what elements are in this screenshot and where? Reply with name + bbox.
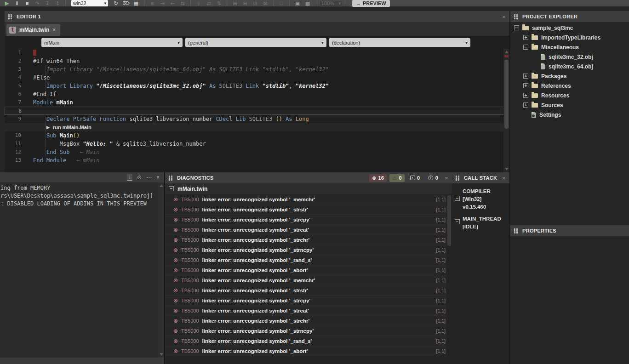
autoscroll-icon[interactable]: ↓ — [127, 174, 132, 181]
code-line-8[interactable]: 8 — [5, 107, 509, 115]
build-target-select[interactable]: win32▾ — [71, 0, 108, 6]
tree-item-sqlite3mc-64-obj[interactable]: sqlite3mc_64.obj — [510, 62, 629, 71]
diagnostic-row[interactable]: ⊗TB5000linker error: unrecognized symbol… — [165, 285, 452, 296]
diagnostic-row[interactable]: ⊗TB5000linker error: unrecognized symbol… — [165, 346, 452, 356]
expand-icon[interactable]: + — [523, 83, 528, 88]
tab-close-icon[interactable]: × — [52, 27, 56, 33]
collapse-icon[interactable]: − — [514, 25, 519, 30]
drag-grip-icon[interactable] — [8, 14, 12, 19]
diagnostic-row[interactable]: ⊗TB5000linker error: unrecognized symbol… — [165, 255, 452, 265]
stop-icon[interactable]: ■ — [22, 0, 32, 6]
preview-button[interactable]: →PREVIEW — [352, 0, 390, 7]
diagnostic-row[interactable]: ⊗TB5000linker error: unrecognized symbol… — [165, 245, 452, 255]
diagnostic-row[interactable]: ⊗TB5000linker error: unrecognized symbol… — [165, 306, 452, 316]
collapse-icon[interactable]: − — [455, 196, 460, 201]
callstack-close-icon[interactable]: × — [502, 175, 506, 182]
code-line-9[interactable]: 9 Declare PtrSafe Function sqlite3_libve… — [5, 115, 509, 123]
editor-scrollbar[interactable] — [503, 49, 509, 172]
callstack-frame[interactable]: −COMPILER[Win32]v0.15.460 — [452, 183, 509, 211]
code-line-5[interactable]: 5 Import Library "/Miscellaneous/sqlite3… — [5, 82, 509, 90]
diagnostic-row[interactable]: ⊗TB5000linker error: unrecognized symbol… — [165, 326, 452, 336]
tree-item-resources[interactable]: +Resources — [510, 91, 629, 100]
console-close-icon[interactable]: × — [156, 174, 160, 181]
drag-grip-icon[interactable] — [514, 14, 518, 19]
diagnostic-row[interactable]: ⊗TB5000linker error: unrecognized symbol… — [165, 205, 452, 215]
trash-icon[interactable]: ⌦ — [121, 0, 131, 6]
console-output[interactable]: ing from MEMORYrs\USER\Desktop\assasa\sa… — [0, 182, 164, 358]
tree-item-label: sample_sql3mc — [532, 25, 573, 31]
expand-icon[interactable]: + — [523, 93, 528, 98]
code-line-2[interactable]: 2#If win64 Then — [5, 57, 509, 65]
file-icon — [541, 54, 545, 60]
file-icon — [541, 63, 545, 69]
drag-grip-icon[interactable] — [169, 176, 173, 181]
more-options-icon[interactable]: ⋯ — [146, 174, 152, 181]
general-dropdown[interactable]: (general) ▾ — [185, 38, 326, 47]
pause-icon[interactable]: Ⅱ — [12, 0, 22, 6]
drag-grip-icon[interactable] — [456, 176, 460, 181]
drag-grip-icon[interactable] — [514, 228, 518, 233]
error-count-badge[interactable]: ⊗ 16 — [369, 174, 387, 182]
scroll-down-icon[interactable] — [160, 353, 163, 356]
tree-item-miscellaneous[interactable]: −Miscellaneous — [510, 42, 629, 52]
diagnostic-row[interactable]: ⊗TB5000linker error: unrecognized symbol… — [165, 265, 452, 275]
diagnostic-row[interactable]: ⊗TB5000linker error: unrecognized symbol… — [165, 336, 452, 346]
code-line-6[interactable]: 6#End If — [5, 90, 509, 98]
code-line-13[interactable]: 13End Module ← mMain — [5, 156, 509, 165]
diagnostic-row[interactable]: ⊗TB5000linker error: unrecognized symbol… — [165, 235, 452, 245]
form-grid-icon[interactable]: ▦ — [131, 0, 141, 6]
diagnostic-row[interactable]: ⊗TB5000linker error: unrecognized symbol… — [165, 316, 452, 326]
console-scrollbar[interactable] — [158, 182, 164, 358]
code-line-12[interactable]: 12 End Sub ← Main — [5, 148, 509, 156]
code-line-11[interactable]: 11 MsgBox "Hello: " & sqlite3_libversion… — [5, 140, 509, 148]
editor-close-icon[interactable]: × — [502, 13, 506, 20]
tree-item-sqlite3mc-32-obj[interactable]: sqlite3mc_32.obj — [510, 52, 629, 62]
diagnostic-row[interactable]: ⊗TB5000linker error: unrecognized symbol… — [165, 225, 452, 235]
expand-icon[interactable]: + — [523, 35, 528, 40]
warning-count-badge[interactable]: ⚠ 0 — [389, 174, 405, 182]
diagnostic-row[interactable]: ⊗TB5000linker error: unrecognized symbol… — [165, 215, 452, 225]
console-hscrollbar[interactable] — [0, 358, 164, 364]
tree-item-sources[interactable]: +Sources — [510, 100, 629, 110]
collapse-icon[interactable]: − — [169, 186, 174, 191]
folder-icon — [532, 93, 538, 98]
collapse-icon[interactable]: − — [523, 45, 528, 50]
scroll-down-icon[interactable] — [505, 168, 509, 171]
diagnostics-scrollbar[interactable] — [446, 194, 452, 364]
codelens-run-action[interactable]: ▶run mMain.Main — [33, 123, 91, 131]
info-count-badge[interactable]: ⓘ 0 — [425, 174, 441, 182]
scrollbar-thumb[interactable] — [447, 195, 451, 246]
diagnostics-close-icon[interactable]: × — [445, 175, 448, 182]
codelens-row[interactable]: ▶run mMain.Main — [5, 123, 509, 131]
expand-icon[interactable]: + — [523, 102, 528, 108]
refresh-icon[interactable]: ↻ — [111, 0, 121, 6]
clear-console-icon[interactable]: ⊘ — [137, 174, 142, 181]
code-token: & sqlite3_libversion_number — [113, 141, 206, 147]
code-line-1[interactable]: 1 — [5, 49, 509, 57]
diagnostic-row[interactable]: ⊗TB5000linker error: unrecognized symbol… — [165, 194, 452, 205]
message-count-badge[interactable]: ! 0 — [407, 174, 423, 182]
code-line-3[interactable]: 3 Import Library "/Miscellaneous/sqlite3… — [5, 65, 509, 74]
code-line-7[interactable]: 7Module mMain — [5, 98, 509, 107]
tab-mmain-twin[interactable]: t mMain.twin × — [6, 24, 60, 36]
scrollbar-thumb[interactable] — [504, 60, 509, 129]
code-editor[interactable]: 12#If win64 Then3 Import Library "/Misce… — [5, 49, 509, 172]
tree-item-settings[interactable]: Settings — [510, 110, 629, 119]
code-line-4[interactable]: 4#Else — [5, 74, 509, 82]
tree-item-references[interactable]: +References — [510, 81, 629, 91]
diagnostic-row[interactable]: ⊗TB5000linker error: unrecognized symbol… — [165, 275, 452, 285]
collapse-icon[interactable]: − — [455, 219, 460, 224]
callstack-frame[interactable]: −MAIN_THREAD[IDLE] — [452, 211, 509, 231]
expand-icon[interactable]: + — [523, 74, 528, 79]
tree-item-sample-sql3mc[interactable]: −sample_sql3mc — [510, 23, 629, 33]
declaration-dropdown[interactable]: (declaration) ▾ — [329, 38, 470, 47]
run-icon[interactable]: ▶ — [2, 0, 12, 6]
object-dropdown[interactable]: mMain ▾ — [41, 38, 183, 47]
scroll-up-icon[interactable] — [160, 184, 163, 187]
tree-item-packages[interactable]: +Packages — [510, 71, 629, 81]
diagnostics-file-group[interactable]: − mMain.twin — [165, 183, 452, 194]
diagnostic-row[interactable]: ⊗TB5000linker error: unrecognized symbol… — [165, 296, 452, 306]
scroll-up-icon[interactable] — [505, 51, 509, 53]
code-line-10[interactable]: 10 Sub Main() — [5, 131, 509, 140]
tree-item-importedtypelibraries[interactable]: +ImportedTypeLibraries — [510, 33, 629, 42]
